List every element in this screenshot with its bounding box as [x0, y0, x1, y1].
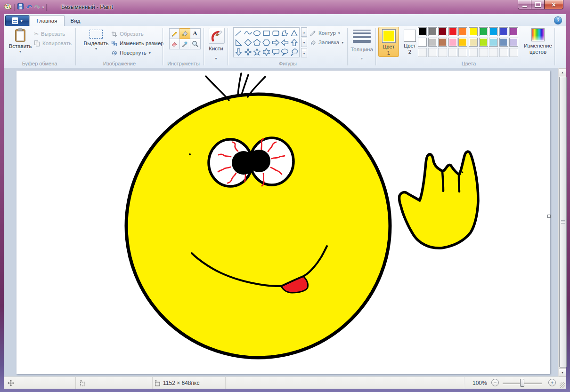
maximize-button[interactable] [531, 0, 545, 9]
shapes-scroll-up-button[interactable]: ▴ [301, 27, 307, 37]
color1-label-line2: 1 [387, 50, 390, 56]
palette-swatch[interactable] [499, 38, 508, 47]
palette-swatch[interactable] [479, 27, 488, 36]
zoom-out-button[interactable]: − [491, 379, 499, 386]
paint-app-icon[interactable] [4, 3, 12, 12]
shapes-more-button[interactable]: ▾ [301, 48, 307, 57]
minimize-button[interactable] [518, 0, 531, 9]
shape-rounded-rectangle[interactable] [272, 29, 280, 37]
brush-icon [211, 30, 223, 42]
shapes-scroll-down-button[interactable]: ▾ [301, 38, 307, 47]
canvas-resize-handle[interactable] [547, 215, 551, 218]
shape-five-point-star[interactable] [253, 48, 261, 56]
text-tool[interactable]: A [190, 28, 201, 39]
edit-colors-button[interactable]: Изменение цветов [523, 27, 553, 55]
fill-bucket-icon [181, 30, 188, 37]
color1-button[interactable]: Цвет 1 [378, 27, 399, 57]
rotate-button[interactable]: Повернуть ▾ [111, 48, 151, 57]
palette-swatch-empty[interactable] [489, 48, 498, 57]
palette-swatch-empty[interactable] [479, 48, 488, 57]
canvas-size-icon [154, 380, 161, 388]
paste-button[interactable]: Вставить ▾ [7, 27, 34, 53]
palette-swatch-empty[interactable] [428, 48, 437, 57]
eraser-tool[interactable] [169, 39, 180, 49]
drawing-canvas[interactable] [16, 71, 550, 374]
palette-swatch-empty[interactable] [469, 48, 478, 57]
palette-swatch[interactable] [448, 27, 457, 36]
shape-down-arrow[interactable] [235, 48, 243, 56]
shape-right-triangle[interactable] [235, 39, 243, 47]
resize-button[interactable]: Изменить размер [111, 39, 164, 48]
palette-swatch[interactable] [499, 27, 508, 36]
palette-swatch[interactable] [418, 38, 427, 47]
zoom-slider-thumb[interactable] [520, 379, 524, 387]
palette-swatch[interactable] [438, 27, 447, 36]
fill-button[interactable]: Заливка ▾ [310, 38, 343, 47]
select-button[interactable]: Выделить ▾ [83, 27, 109, 50]
scrollbar-thumb[interactable] [559, 77, 567, 368]
tab-view[interactable]: Вид [65, 15, 86, 26]
shape-hexagon[interactable] [262, 39, 270, 47]
palette-swatch-empty[interactable] [438, 48, 447, 57]
shape-ellipse[interactable] [253, 29, 261, 37]
palette-swatch[interactable] [489, 27, 498, 36]
undo-button[interactable]: ↶ [26, 4, 32, 10]
palette-swatch[interactable] [418, 27, 427, 36]
palette-swatch[interactable] [428, 38, 437, 47]
outline-button[interactable]: Контур ▾ [310, 29, 340, 37]
scroll-up-button[interactable]: ▴ [559, 68, 566, 76]
shape-line[interactable] [235, 29, 243, 37]
eyedropper-tool[interactable] [179, 39, 190, 49]
palette-swatch-empty[interactable] [458, 48, 467, 57]
palette-swatch[interactable] [469, 38, 478, 47]
shape-rounded-callout[interactable] [272, 48, 280, 56]
palette-swatch[interactable] [448, 38, 457, 47]
shape-six-point-star[interactable] [262, 48, 270, 56]
qat-customize-arrow[interactable]: ▾ [42, 5, 44, 9]
scrollbar-down-icon: ▾ [562, 371, 563, 375]
save-button[interactable] [17, 3, 24, 12]
shape-diamond[interactable] [244, 39, 252, 47]
shape-curve[interactable] [244, 29, 252, 37]
shape-pentagon[interactable] [253, 39, 261, 47]
fill-bucket-tool-selected[interactable] [179, 28, 190, 39]
shape-right-arrow[interactable] [272, 39, 280, 47]
shape-cloud-callout[interactable] [290, 48, 298, 56]
application-menu-button[interactable]: ▾ [5, 15, 30, 26]
zoom-in-button[interactable]: + [548, 379, 556, 386]
magnifier-tool[interactable] [190, 39, 201, 49]
palette-swatch[interactable] [458, 38, 467, 47]
pencil-tool[interactable] [169, 28, 180, 39]
shapes-scrollbar: ▴ ▾ ▾ [301, 27, 307, 57]
palette-swatch[interactable] [438, 38, 447, 47]
palette-swatch[interactable] [428, 27, 437, 36]
palette-swatch[interactable] [458, 27, 467, 36]
palette-swatch[interactable] [509, 38, 518, 47]
palette-swatch-empty[interactable] [418, 48, 427, 57]
shape-left-arrow[interactable] [281, 39, 289, 47]
zoom-out-icon: − [494, 380, 497, 385]
tab-home[interactable]: Главная [29, 15, 65, 26]
shape-rectangle[interactable] [262, 29, 270, 37]
shape-polygon[interactable] [281, 29, 289, 37]
color2-button[interactable]: Цвет 2 [401, 27, 419, 57]
shape-oval-callout[interactable] [281, 48, 289, 56]
scroll-down-button[interactable]: ▾ [559, 368, 566, 376]
palette-swatch-empty[interactable] [499, 48, 508, 57]
window-resize-grip[interactable] [560, 382, 565, 388]
resize-icon [111, 40, 117, 47]
shape-four-point-star[interactable] [244, 48, 252, 56]
palette-swatch[interactable] [509, 27, 518, 36]
thickness-icon[interactable] [353, 30, 371, 43]
palette-swatch[interactable] [479, 38, 488, 47]
brushes-button[interactable] [209, 28, 225, 44]
vertical-scrollbar[interactable]: ▴ ▾ [558, 68, 566, 376]
shape-triangle[interactable] [290, 29, 298, 37]
palette-swatch[interactable] [489, 38, 498, 47]
palette-swatch-empty[interactable] [448, 48, 457, 57]
close-button[interactable]: × [545, 0, 563, 9]
palette-swatch[interactable] [469, 27, 478, 36]
help-button[interactable]: ? [554, 16, 562, 24]
palette-swatch-empty[interactable] [509, 48, 518, 57]
shape-up-arrow[interactable] [290, 39, 298, 47]
